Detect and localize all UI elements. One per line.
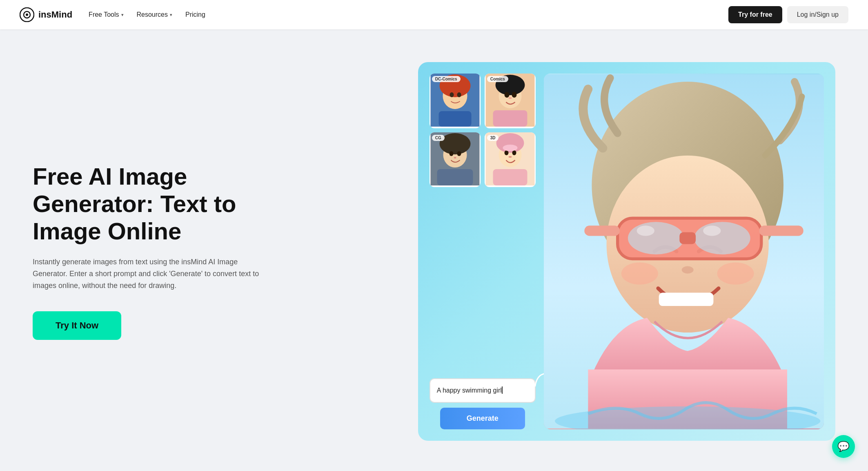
cursor xyxy=(502,386,503,394)
demo-prompt-area: A happy swimming girl Generate xyxy=(430,378,536,429)
nav-link-free-tools[interactable]: Free Tools ▾ xyxy=(89,11,123,18)
hero-title: Free AI Image Generator: Text to Image O… xyxy=(33,163,261,245)
big-girl-illustration xyxy=(544,74,824,429)
svg-point-27 xyxy=(512,150,516,155)
svg-point-29 xyxy=(508,156,512,158)
cg-badge: CG xyxy=(432,135,445,141)
try-it-now-button[interactable]: Try It Now xyxy=(33,311,121,340)
comics-badge: Comics xyxy=(487,76,508,82)
svg-point-46 xyxy=(637,225,654,236)
svg-point-6 xyxy=(450,92,454,97)
nav-link-pricing[interactable]: Pricing xyxy=(185,11,205,18)
try-for-free-button[interactable]: Try for free xyxy=(728,6,782,23)
navbar-right: Try for free Log in/Sign up xyxy=(728,6,848,23)
demo-container: DC-Comics Comics xyxy=(418,62,835,441)
svg-point-20 xyxy=(457,151,461,156)
svg-point-41 xyxy=(628,222,684,254)
login-signup-button[interactable]: Log in/Sign up xyxy=(787,6,848,23)
demo-card-comics[interactable]: Comics xyxy=(485,74,536,128)
svg-point-14 xyxy=(508,97,512,99)
svg-point-2 xyxy=(26,13,28,16)
svg-point-37 xyxy=(681,266,693,274)
prompt-text: A happy swimming girl xyxy=(437,387,502,394)
chevron-down-icon: ▾ xyxy=(121,12,124,18)
hero-right: DC-Comics Comics xyxy=(418,62,835,441)
nav-link-resources[interactable]: Resources ▾ xyxy=(137,11,172,18)
nav-links: Free Tools ▾ Resources ▾ Pricing xyxy=(89,11,205,18)
svg-rect-15 xyxy=(493,110,527,127)
svg-rect-43 xyxy=(679,232,696,244)
svg-point-36 xyxy=(717,263,754,285)
svg-point-47 xyxy=(703,225,721,236)
svg-point-35 xyxy=(621,263,658,285)
chat-icon: 💬 xyxy=(837,441,850,452)
svg-point-19 xyxy=(449,151,453,156)
chat-support-button[interactable]: 💬 xyxy=(832,435,855,458)
demo-card-3d[interactable]: 3D xyxy=(485,132,536,187)
hero-subtitle: Instantly generate images from text usin… xyxy=(33,256,261,291)
demo-big-image xyxy=(544,74,824,429)
svg-rect-30 xyxy=(493,169,527,185)
dc-comics-badge: DC-Comics xyxy=(432,76,461,82)
demo-left-panel: DC-Comics Comics xyxy=(430,74,536,429)
navbar: insMind Free Tools ▾ Resources ▾ Pricing… xyxy=(0,0,868,29)
svg-point-21 xyxy=(454,157,456,158)
hero-section: Free AI Image Generator: Text to Image O… xyxy=(0,29,868,471)
svg-point-28 xyxy=(503,145,517,151)
svg-rect-38 xyxy=(659,293,713,306)
demo-image-grid: DC-Comics Comics xyxy=(430,74,536,187)
svg-point-26 xyxy=(504,150,508,155)
chevron-down-icon: ▾ xyxy=(170,12,172,18)
svg-point-12 xyxy=(504,92,509,98)
svg-point-13 xyxy=(512,92,516,98)
generate-button[interactable]: Generate xyxy=(440,408,525,429)
logo-icon xyxy=(20,7,34,22)
3d-badge: 3D xyxy=(487,135,499,141)
demo-prompt-box[interactable]: A happy swimming girl xyxy=(430,378,536,403)
logo-text: insMind xyxy=(38,9,72,20)
svg-rect-8 xyxy=(438,111,471,127)
svg-rect-45 xyxy=(759,225,803,236)
demo-card-cg[interactable]: CG xyxy=(430,132,481,187)
svg-point-7 xyxy=(457,92,461,97)
hero-left: Free AI Image Generator: Text to Image O… xyxy=(33,163,261,339)
navbar-left: insMind Free Tools ▾ Resources ▾ Pricing xyxy=(20,7,205,22)
svg-rect-22 xyxy=(437,169,473,185)
logo[interactable]: insMind xyxy=(20,7,72,22)
svg-rect-44 xyxy=(584,225,620,236)
demo-card-dc[interactable]: DC-Comics xyxy=(430,74,481,128)
svg-point-42 xyxy=(694,222,750,254)
